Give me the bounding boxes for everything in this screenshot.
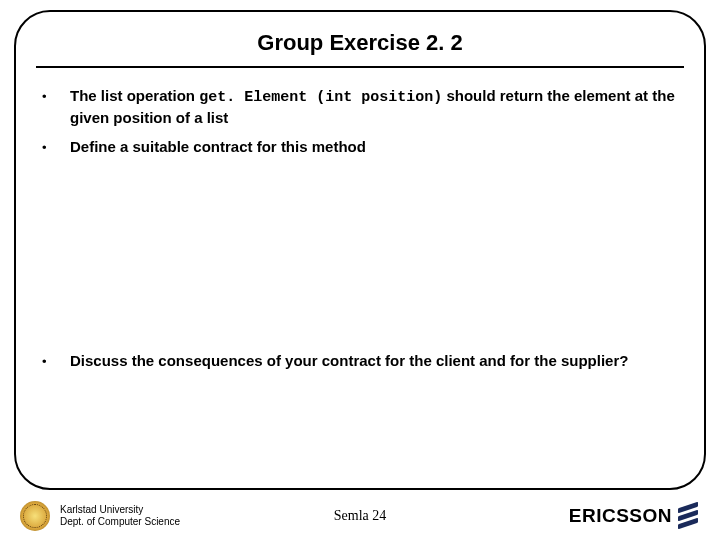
bullet-1: • The list operation get. Element (int p… [42, 86, 678, 129]
bullet-1-pre: The list operation [70, 87, 199, 104]
bullet-list: • The list operation get. Element (int p… [42, 86, 678, 157]
title-rule [36, 66, 684, 68]
bullet-1-code: get. Element (int position) [199, 89, 442, 106]
bullet-2-text: Define a suitable contract for this meth… [70, 137, 678, 157]
bullet-3-text: Discuss the consequences of your contrac… [70, 351, 678, 371]
ericsson-wordmark: ERICSSON [569, 505, 672, 527]
university-text: Karlstad University Dept. of Computer Sc… [60, 504, 180, 528]
bullet-1-text: The list operation get. Element (int pos… [70, 86, 678, 129]
bullet-2: • Define a suitable contract for this me… [42, 137, 678, 157]
ericsson-stripes-icon [678, 503, 700, 529]
university-dept: Dept. of Computer Science [60, 516, 180, 528]
bullet-list-2: • Discuss the consequences of your contr… [42, 351, 678, 371]
bullet-3: • Discuss the consequences of your contr… [42, 351, 678, 371]
university-logo-icon [20, 501, 50, 531]
slide-number: Semla 24 [334, 508, 387, 524]
university-name: Karlstad University [60, 504, 180, 516]
slide-title: Group Exercise 2. 2 [42, 30, 678, 56]
bullet-dot: • [42, 137, 70, 157]
ericsson-logo: ERICSSON [569, 503, 700, 529]
slide-frame: Group Exercise 2. 2 • The list operation… [14, 10, 706, 490]
bullet-dot: • [42, 86, 70, 129]
footer: Karlstad University Dept. of Computer Sc… [0, 492, 720, 540]
bullet-dot: • [42, 351, 70, 371]
spacer [42, 165, 678, 351]
